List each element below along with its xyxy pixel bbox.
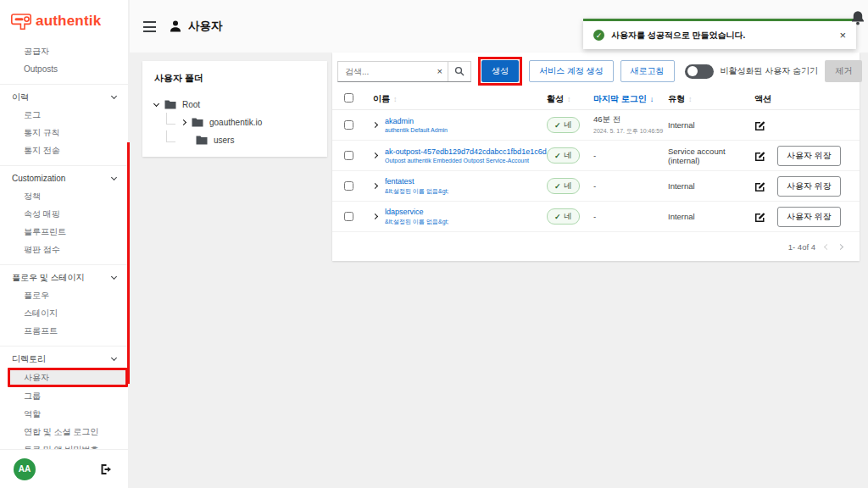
notification-bell-icon[interactable] [849, 9, 866, 27]
active-badge: ✓ 네 [547, 147, 580, 164]
column-header-actions: 액션 [754, 93, 851, 105]
sidebar-section-label: 디렉토리 [12, 354, 46, 363]
hide-deactivated-label: 비활성화된 사용자 숨기기 [721, 65, 819, 77]
sidebar-item-stages[interactable]: 스테이지 [0, 304, 128, 322]
sidebar-section-directory[interactable]: 디렉토리 [0, 346, 128, 368]
toast-close-icon[interactable]: × [839, 30, 846, 41]
chevron-right-icon[interactable] [181, 119, 186, 125]
sidebar-section-label: 이력 [12, 92, 29, 102]
sidebar-item-tokens-app-passwords[interactable]: 토큰 및 앱 비밀번호 [0, 441, 128, 449]
brand-logo[interactable]: authentik [0, 0, 128, 42]
search-input[interactable] [338, 67, 432, 76]
edit-button[interactable] [754, 150, 765, 161]
users-table-panel: × 생성 서비스 계정 생성 새로고침 비활성화된 사용자 숨기기 제거 1- … [332, 53, 860, 261]
user-link[interactable]: ldapservice [385, 208, 448, 216]
tree-item-root[interactable]: Root [154, 96, 315, 114]
create-service-account-button[interactable]: 서비스 계정 생성 [529, 60, 614, 82]
check-icon: ✓ [554, 152, 561, 160]
sidebar-section-customization[interactable]: Customization [0, 165, 128, 187]
user-icon [170, 20, 181, 32]
impersonate-button[interactable]: 사용자 위장 [777, 207, 841, 227]
active-badge: ✓ 네 [547, 178, 580, 194]
user-link[interactable]: akadmin [385, 117, 448, 125]
expand-row-icon[interactable] [372, 122, 378, 128]
impersonate-button[interactable]: 사용자 위장 [777, 146, 841, 166]
chevron-down-icon [111, 174, 117, 180]
tree-item-goauthentik[interactable]: goauthentik.io [166, 114, 315, 131]
annotation-vertical-line [127, 142, 130, 384]
row-checkbox[interactable] [344, 181, 353, 191]
expand-row-icon[interactable] [372, 183, 378, 189]
edit-button[interactable] [754, 119, 765, 130]
edit-icon [754, 150, 765, 161]
table-toolbar: × 생성 서비스 계정 생성 새로고침 비활성화된 사용자 숨기기 제거 1- … [332, 53, 860, 88]
impersonate-button[interactable]: 사용자 위장 [777, 176, 841, 197]
chevron-down-icon[interactable] [153, 100, 159, 106]
sidebar-item-logs[interactable]: 로그 [0, 106, 128, 124]
type-cell: Internal [668, 120, 754, 130]
sidebar-item-roles[interactable]: 역할 [0, 405, 128, 423]
folders-title: 사용자 폴더 [154, 72, 315, 85]
edit-button[interactable] [754, 211, 765, 222]
hamburger-menu-icon[interactable] [143, 19, 156, 32]
active-badge: ✓ 네 [547, 117, 580, 133]
table-row: ldapservice &lt;설정된 이름 없음&gt; ✓ 네 - Inte… [332, 202, 860, 232]
search-icon [454, 66, 465, 76]
chevron-right-icon[interactable] [837, 244, 843, 250]
sidebar-item-users[interactable]: 사용자 [8, 368, 128, 387]
remove-button[interactable]: 제거 [825, 60, 862, 82]
sidebar-section-flows-stages[interactable]: 플로우 및 스테이지 [0, 264, 128, 286]
search-button[interactable] [448, 62, 470, 81]
sidebar-item-groups[interactable]: 그룹 [0, 387, 128, 405]
chevron-down-icon [111, 354, 117, 360]
column-header-type[interactable]: 유형 ↕ [668, 93, 754, 105]
sidebar-item-policies[interactable]: 정책 [0, 187, 128, 205]
brand-name: authentik [36, 13, 101, 30]
sidebar-section-label: 플로우 및 스테이지 [12, 273, 85, 282]
last-login-cell: - [593, 212, 668, 221]
sidebar-item-providers[interactable]: 공급자 [0, 42, 128, 60]
sidebar-item-flows[interactable]: 플로우 [0, 286, 128, 304]
column-header-name[interactable]: 이름 ↕ [373, 93, 547, 105]
sidebar-item-notification-rules[interactable]: 통지 규칙 [0, 124, 128, 141]
row-checkbox[interactable] [344, 212, 353, 221]
row-checkbox[interactable] [344, 120, 353, 130]
main-content: 사용자 폴더 Root goauthentik.io [130, 53, 868, 488]
sidebar-item-prompts[interactable]: 프롬프트 [0, 322, 128, 340]
clear-search-icon[interactable]: × [432, 66, 448, 76]
table-row: akadmin authentik Default Admin ✓ 네 46분 … [332, 110, 860, 141]
hide-deactivated-toggle[interactable] [685, 64, 714, 79]
column-header-active[interactable]: 활성 ↕ [547, 93, 593, 105]
create-button[interactable]: 생성 [481, 60, 519, 82]
avatar[interactable]: AA [14, 458, 36, 480]
select-all-checkbox[interactable] [344, 93, 353, 103]
row-checkbox[interactable] [344, 151, 353, 160]
edit-icon [754, 119, 765, 130]
tree-item-users[interactable]: users [166, 131, 315, 149]
sidebar-item-blueprints[interactable]: 블루프린트 [0, 223, 128, 241]
edit-icon [754, 211, 765, 222]
edit-button[interactable] [754, 180, 765, 191]
sidebar-section-label: Customization [12, 174, 65, 183]
logout-icon[interactable] [100, 463, 113, 475]
refresh-button[interactable]: 새로고침 [620, 60, 675, 82]
sort-icon: ↕ [393, 95, 398, 103]
sidebar-item-federation-social-login[interactable]: 연합 및 소셜 로그인 [0, 423, 128, 441]
column-header-last-login[interactable]: 마지막 로그인 ↓ [593, 93, 668, 105]
user-subtitle: Outpost authentik Embedded Outpost Servi… [385, 158, 547, 164]
expand-row-icon[interactable] [372, 152, 378, 158]
sidebar-item-outposts[interactable]: Outposts [0, 60, 128, 78]
sidebar-item-reputation-scores[interactable]: 평판 점수 [0, 241, 128, 258]
folder-icon [164, 100, 176, 109]
table-header: 이름 ↕ 활성 ↕ 마지막 로그인 ↓ 유형 ↕ 액션 [332, 88, 860, 110]
chevron-left-icon[interactable] [824, 244, 830, 250]
user-link[interactable]: fentatest [385, 177, 448, 186]
sidebar-item-notification-transports[interactable]: 통지 전송 [0, 141, 128, 159]
user-subtitle: &lt;설정된 이름 없음&gt; [385, 218, 448, 226]
folder-icon [192, 118, 203, 127]
user-link[interactable]: ak-outpost-457edb129d7d42cdabcc1fbd1e1c6… [385, 147, 547, 156]
tree-connector [166, 130, 175, 142]
expand-row-icon[interactable] [372, 214, 378, 219]
sidebar-item-property-mappings[interactable]: 속성 매핑 [0, 205, 128, 223]
sidebar-section-events[interactable]: 이력 [0, 84, 128, 106]
